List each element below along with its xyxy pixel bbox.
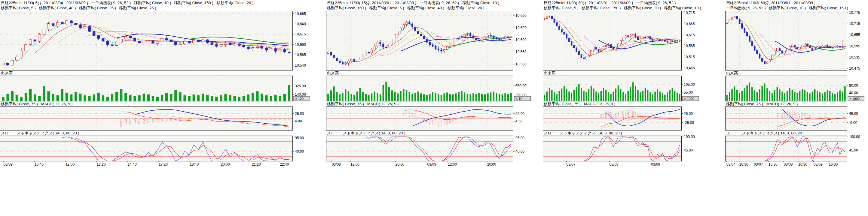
svg-text:21:20: 21:20 [252,162,261,167]
svg-text:40.00: 40.00 [516,149,524,154]
svg-text:10,775: 10,775 [849,10,860,15]
stoch-section-label: スロー・ストキャスティクス( 14, 3, 80, 20 ) [1,131,79,136]
chart-canvas-30min[interactable]: 10,71510,66510,61510,56510,51510,465105.… [543,0,703,167]
macd-section-label: 移動平均( Close, 75 ) MACD( 12, 26, 9 ) [544,101,615,107]
svg-text:650.00: 650.00 [516,84,527,88]
svg-text:100.00: 100.00 [684,135,695,139]
panel-header-line1: 日経225mini 11/03( 30分, 2011/03/01 - 2011/… [544,0,703,5]
svg-text:10,590: 10,590 [516,38,527,42]
svg-text:45.00: 45.00 [849,112,858,116]
panel-header-line2: 移動平均( Close, 5 ) 移動平均( Close, 150 ) 移動平均… [544,5,703,10]
chart-canvas-60min[interactable]: 10,77510,71510,65510,59510,53510,47580.0… [725,0,868,167]
stoch-section-label: スロー・ストキャスティクス( 14, 3, 80, 20 ) [544,131,622,136]
svg-text:10,615: 10,615 [684,33,695,37]
svg-text:20:00: 20:00 [221,162,229,167]
svg-text:22.00: 22.00 [516,112,524,116]
chart-canvas-15min[interactable]: 10,65010,62010,59010,56010,530650.00250.… [326,0,534,167]
volume-section-label: 出来高 [327,71,339,76]
svg-text:× 100: × 100 [295,97,304,101]
svg-text:105.00: 105.00 [684,82,695,87]
svg-text:03/09: 03/09 [651,162,660,167]
svg-text:03/07: 03/07 [566,162,576,167]
svg-text:10,620: 10,620 [516,26,527,30]
svg-text:03/08: 03/08 [332,162,341,167]
svg-text:10,565: 10,565 [295,53,306,57]
svg-text:× 10: × 10 [516,97,522,101]
volume-section-label: 出来高 [544,71,555,76]
svg-text:45.00: 45.00 [849,148,858,152]
svg-text:17:20: 17:20 [159,162,168,167]
svg-text:325.00: 325.00 [295,84,306,88]
svg-text:100.00: 100.00 [849,135,860,139]
svg-text:03/08: 03/08 [610,162,619,167]
svg-text:45.00: 45.00 [684,148,693,152]
svg-text:80.00: 80.00 [849,83,858,87]
svg-text:× 1000: × 1000 [684,97,694,101]
svg-text:10,530: 10,530 [516,62,527,66]
svg-text:03/08: 03/08 [783,162,793,167]
svg-text:10,640: 10,640 [295,22,306,26]
svg-text:03/04: 03/04 [726,162,736,167]
svg-text:16:30: 16:30 [769,162,778,167]
svg-text:14:40: 14:40 [128,162,137,167]
panel-header-line2: 移動平均( Close, 150 ) 移動平均( Close, 5 ) 移動平均… [327,5,534,10]
macd-section-label: 移動平均( Close, 75 ) MACD( 12, 26, 9 ) [726,101,798,107]
svg-text:95.00: 95.00 [295,136,304,140]
ichimoku-cloud [285,42,289,43]
svg-text:20:00: 20:00 [396,162,405,167]
svg-text:16:30: 16:30 [739,162,748,167]
svg-text:10,560: 10,560 [516,50,527,54]
svg-text:18:40: 18:40 [190,162,199,167]
svg-text:03/09: 03/09 [4,162,12,167]
svg-text:26.00: 26.00 [295,112,304,116]
svg-text:95.00: 95.00 [516,136,524,140]
svg-text:25.00: 25.00 [684,112,693,116]
chart-panel-30min: 10,71510,66510,61510,56510,51510,465105.… [543,0,703,167]
stoch-section-label: スロー・ストキャスティクス( 14, 3, 80, 20 ) [726,131,805,136]
volume-section-label: 出来高 [726,71,738,76]
macd-section-label: 移動平均( Close, 75 ) MACD( 12, 26, 9 ) [1,101,72,107]
stoch-section-label: スロー・ストキャスティクス( 14, 3, 80, 20 ) [327,131,405,136]
svg-text:16:30: 16:30 [829,162,838,167]
svg-text:03/09: 03/09 [814,162,823,167]
svg-text:03/09: 03/09 [427,162,436,167]
svg-text:10,535: 10,535 [849,55,860,60]
panel-header-line2: 一目均衡表( 9, 26, 52 ) 移動平均( Close, 10 ) 移動平… [726,5,868,10]
chart-workspace: { "app": {"background": "#ffffff"}, "sec… [0,0,868,216]
panel-header-line1: 日経225mini 11/03( 5分, 2011/03/04 - 2011/0… [1,0,314,5]
svg-text:× 1000: × 1000 [849,97,860,101]
svg-text:10,565: 10,565 [684,44,695,48]
svg-text:12:00: 12:00 [448,162,457,167]
panes [327,11,513,161]
svg-text:10,540: 10,540 [295,63,306,68]
panel-header-line2: 移動平均( Close, 5 ) 移動平均( Close, 40 ) 移動平均(… [1,5,314,10]
svg-text:10,715: 10,715 [849,22,860,26]
chart-panel-5min: 10,66510,64010,61510,59010,56510,540325.… [0,0,314,167]
svg-text:140.00: 140.00 [295,93,306,97]
svg-text:13:20: 13:20 [96,162,105,167]
svg-text:10,715: 10,715 [684,11,695,15]
svg-text:-5.00: -5.00 [849,120,858,125]
svg-text:-25.00: -25.00 [684,120,694,125]
svg-text:10:40: 10:40 [35,162,43,167]
svg-text:10,615: 10,615 [295,32,306,36]
chart-canvas-5min[interactable]: 10,66510,64010,61510,59010,56510,540325.… [0,0,314,167]
svg-text:10,655: 10,655 [849,33,860,37]
svg-text:12:00: 12:00 [350,162,360,167]
svg-text:40.00: 40.00 [295,149,304,154]
svg-text:22:40: 22:40 [280,162,289,167]
svg-text:10,665: 10,665 [295,12,306,16]
svg-text:4.50: 4.50 [516,119,523,123]
chart-panel-60min: 10,77510,71510,65510,59510,53510,47580.0… [725,0,868,167]
panes [725,11,847,161]
svg-text:16:30: 16:30 [798,162,807,167]
chart-panel-15min: 10,65010,62010,59010,56010,530650.00250.… [326,0,534,167]
svg-text:10,590: 10,590 [295,43,306,47]
panel-header-line1: 日経225mini 11/03( 15分, 2011/03/01 - 2011/… [327,0,534,5]
svg-text:4.80: 4.80 [295,119,302,123]
macd-section-label: 移動平均( Close, 75 ) MACD( 12, 26, 9 ) [327,101,399,107]
svg-text:10,475: 10,475 [849,66,860,71]
svg-text:40.00: 40.00 [849,91,858,95]
svg-text:10,665: 10,665 [684,22,695,26]
svg-text:10,650: 10,650 [516,13,527,18]
